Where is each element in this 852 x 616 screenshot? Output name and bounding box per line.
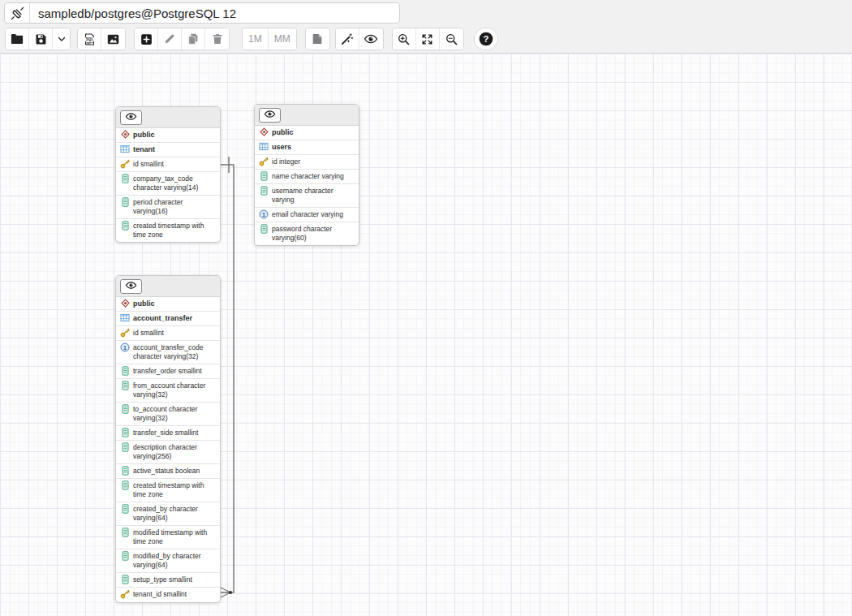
help-button[interactable]: ? — [475, 28, 497, 50]
primary-key-icon — [120, 589, 130, 599]
column-row: from_account character varying(32) — [116, 379, 220, 403]
save-dropdown-button[interactable] — [53, 28, 70, 50]
eye-icon — [125, 111, 137, 123]
column-text: id smallint — [133, 160, 216, 169]
one-to-many-button[interactable]: 1M — [243, 28, 269, 50]
table-name-row: account_transfer — [116, 312, 220, 326]
column-icon — [120, 404, 130, 414]
table-node-tenant[interactable]: publictenantid smallintcompany_tax_code … — [115, 106, 221, 243]
table-icon — [120, 313, 130, 322]
zoom-to-fit-icon — [420, 32, 434, 46]
column-text: password character varying(60) — [272, 225, 355, 243]
column-icon — [120, 466, 130, 476]
edit-table-button[interactable] — [158, 28, 182, 50]
column-text: tenant_id smallint — [133, 590, 216, 599]
column-row: tenant_id smallint — [116, 588, 220, 602]
schema-icon — [120, 130, 130, 139]
column-row: username character varying — [255, 184, 359, 208]
schema-icon — [120, 299, 130, 308]
add-note-button[interactable] — [306, 28, 329, 50]
column-row: created_by character varying(64) — [116, 502, 220, 526]
drop-table-button[interactable] — [205, 28, 229, 50]
show-details-button[interactable] — [359, 28, 383, 50]
unique-icon: 1 — [259, 209, 269, 219]
table-node-users[interactable]: publicusersid integername character vary… — [254, 104, 359, 246]
column-text: email character varying — [272, 210, 355, 219]
note-icon — [311, 32, 324, 45]
zoom-out-button[interactable] — [440, 28, 463, 50]
schema-row: public — [255, 126, 359, 140]
sql-file-icon: SQL — [83, 32, 97, 46]
many-to-many-button[interactable]: MM — [269, 28, 296, 50]
file-group — [5, 28, 71, 50]
column-row: company_tax_code character varying(14) — [116, 172, 220, 196]
primary-key-icon — [120, 159, 130, 169]
table-node-account_transfer[interactable]: publicaccount_transferid smallint1accoun… — [115, 275, 221, 603]
table-edit-group — [134, 28, 230, 50]
copy-icon — [187, 32, 200, 45]
column-text: username character varying — [272, 187, 355, 205]
help-icon: ? — [478, 31, 494, 47]
table-name: tenant — [133, 145, 216, 154]
column-row: id integer — [255, 155, 359, 170]
schema-name: public — [133, 131, 216, 140]
schema-name: public — [272, 128, 355, 137]
help-group: ? — [474, 28, 498, 50]
table-node-header[interactable] — [116, 107, 220, 128]
column-row: id smallint — [116, 326, 220, 341]
column-text: setup_type smallint — [133, 575, 216, 584]
column-row: setup_type smallint — [116, 573, 220, 588]
zoom-in-icon — [397, 32, 411, 46]
trash-icon — [211, 32, 224, 45]
column-icon — [120, 442, 130, 452]
column-icon — [259, 224, 269, 234]
column-text: modified_by character varying(64) — [133, 552, 216, 570]
toggle-details-button[interactable] — [120, 110, 142, 125]
column-text: from_account character varying(32) — [133, 381, 216, 399]
column-icon — [120, 221, 130, 230]
column-text: id smallint — [133, 329, 216, 338]
note-group — [305, 28, 330, 50]
chevron-down-icon — [57, 34, 67, 44]
zoom-group — [392, 28, 464, 50]
primary-key-icon — [259, 157, 269, 166]
export-group: SQL — [77, 28, 126, 50]
column-row: id smallint — [116, 157, 220, 172]
table-node-header[interactable] — [116, 276, 220, 297]
primary-key-icon — [120, 328, 130, 338]
add-table-button[interactable] — [135, 28, 158, 50]
folder-icon — [10, 32, 24, 46]
connection-box: sampledb/postgres@PostgreSQL 12 — [4, 2, 400, 24]
zoom-in-button[interactable] — [393, 28, 416, 50]
table-name-row: users — [255, 140, 359, 155]
column-icon — [120, 428, 130, 437]
column-text: name character varying — [272, 172, 355, 181]
generate-sql-button[interactable]: SQL — [78, 28, 101, 50]
open-project-button[interactable] — [6, 28, 29, 50]
svg-text:SQL: SQL — [85, 37, 93, 41]
table-node-header[interactable] — [255, 105, 359, 126]
relation-group: 1M MM — [242, 28, 297, 50]
column-text: transfer_side smallint — [133, 429, 216, 437]
column-row: modified_by character varying(64) — [116, 549, 220, 573]
column-icon — [120, 381, 130, 390]
table-name: account_transfer — [133, 314, 216, 323]
erd-canvas[interactable]: publictenantid smallintcompany_tax_code … — [0, 54, 852, 616]
column-text: created timestamp with time zone — [133, 481, 216, 499]
column-row: transfer_side smallint — [116, 426, 220, 441]
column-text: description character varying(256) — [133, 443, 216, 461]
toggle-details-button[interactable] — [120, 279, 142, 294]
schema-row: public — [116, 128, 220, 143]
schema-row: public — [116, 297, 220, 312]
clone-table-button[interactable] — [182, 28, 205, 50]
toggle-details-button[interactable] — [259, 108, 281, 123]
zoom-to-fit-button[interactable] — [416, 28, 440, 50]
auto-align-button[interactable] — [336, 28, 359, 50]
column-icon — [120, 480, 130, 490]
column-text: created_by character varying(64) — [133, 505, 216, 523]
schema-icon — [259, 127, 269, 136]
zoom-out-icon — [445, 32, 458, 46]
svg-text:1: 1 — [262, 212, 265, 218]
save-project-button[interactable] — [29, 28, 53, 50]
download-image-button[interactable] — [101, 28, 125, 50]
